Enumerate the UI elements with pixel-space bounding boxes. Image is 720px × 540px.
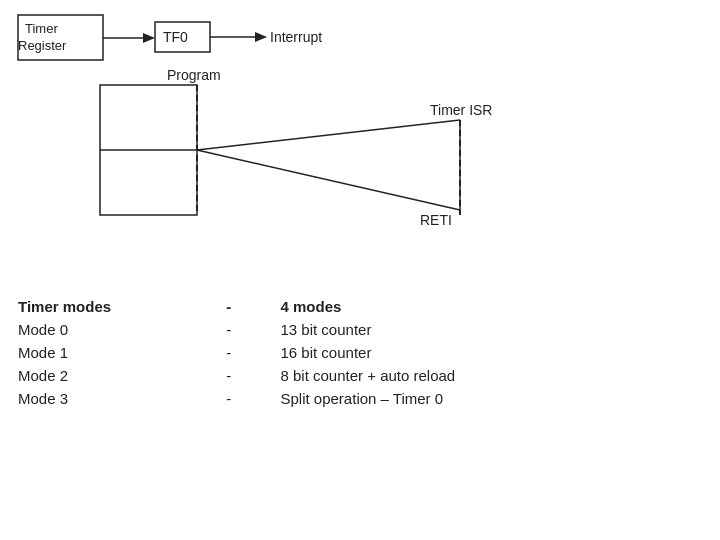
- table-row: Mode 3-Split operation – Timer 0: [10, 387, 710, 410]
- timer-register-label2: Register: [18, 38, 67, 53]
- description-cell: Split operation – Timer 0: [273, 387, 711, 410]
- svg-line-9: [197, 150, 460, 210]
- mode-cell: Mode 1: [10, 341, 185, 364]
- svg-line-8: [197, 120, 460, 150]
- dash-cell: -: [185, 364, 273, 387]
- dash-cell: -: [185, 387, 273, 410]
- mode-cell: Timer modes: [10, 295, 185, 318]
- mode-cell: Mode 2: [10, 364, 185, 387]
- diagram-svg: Timer Register TF0 Interrupt Program Tim…: [0, 0, 720, 300]
- description-cell: 13 bit counter: [273, 318, 711, 341]
- svg-marker-2: [143, 33, 155, 43]
- dash-cell: -: [185, 318, 273, 341]
- table-row: Mode 2-8 bit counter + auto reload: [10, 364, 710, 387]
- interrupt-label: Interrupt: [270, 29, 322, 45]
- mode-cell: Mode 3: [10, 387, 185, 410]
- program-label: Program: [167, 67, 221, 83]
- table-row: Mode 1-16 bit counter: [10, 341, 710, 364]
- description-cell: 16 bit counter: [273, 341, 711, 364]
- description-cell: 8 bit counter + auto reload: [273, 364, 711, 387]
- dash-cell: -: [185, 341, 273, 364]
- dash-cell: -: [185, 295, 273, 318]
- table-row: Timer modes-4 modes: [10, 295, 710, 318]
- mode-cell: Mode 0: [10, 318, 185, 341]
- description-cell: 4 modes: [273, 295, 711, 318]
- reti-label: RETI: [420, 212, 452, 228]
- timer-isr-label: Timer ISR: [430, 102, 492, 118]
- tf0-label: TF0: [163, 29, 188, 45]
- modes-table: Timer modes-4 modesMode 0-13 bit counter…: [10, 295, 710, 410]
- table-row: Mode 0-13 bit counter: [10, 318, 710, 341]
- timer-register-label: Timer: [25, 21, 58, 36]
- svg-marker-5: [255, 32, 267, 42]
